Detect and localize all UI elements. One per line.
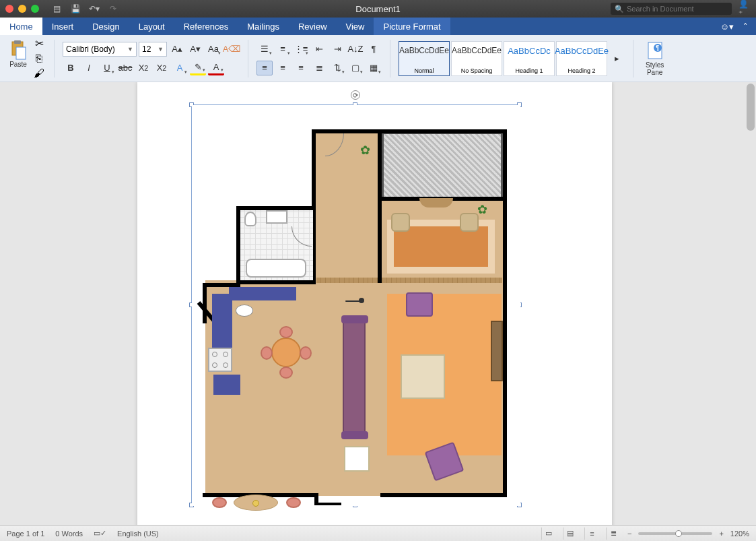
svg-rect-1 bbox=[14, 40, 21, 44]
align-center-icon[interactable]: ≡ bbox=[275, 61, 291, 75]
search-input[interactable] bbox=[627, 5, 728, 13]
document-canvas[interactable]: ⟳ bbox=[0, 82, 756, 525]
print-layout-icon[interactable]: ▤ bbox=[563, 528, 578, 540]
zoom-thumb[interactable] bbox=[675, 530, 682, 537]
increase-indent-icon[interactable]: ⇥ bbox=[329, 42, 345, 57]
tab-references[interactable]: References bbox=[174, 18, 238, 35]
superscript-button[interactable]: X2 bbox=[153, 61, 170, 75]
font-size-combo[interactable]: 12▼ bbox=[139, 42, 167, 57]
copy-icon[interactable]: ⎘ bbox=[32, 53, 46, 65]
clear-format-icon[interactable]: A⌫ bbox=[224, 42, 240, 57]
italic-button[interactable]: I bbox=[81, 61, 97, 75]
minimize-window-icon[interactable] bbox=[18, 5, 26, 13]
cut-icon[interactable]: ✂ bbox=[32, 38, 46, 50]
styles-more-icon[interactable]: ▸ bbox=[609, 41, 625, 76]
feedback-icon[interactable]: ☺▾ bbox=[720, 22, 734, 32]
web-layout-icon[interactable]: ≡ bbox=[584, 528, 599, 540]
justify-icon[interactable]: ≣ bbox=[311, 61, 327, 75]
borders-icon[interactable]: ▦▾ bbox=[366, 61, 382, 75]
style-normal[interactable]: AaBbCcDdEeNormal bbox=[399, 41, 450, 76]
tab-insert[interactable]: Insert bbox=[42, 18, 83, 35]
maximize-window-icon[interactable] bbox=[31, 5, 39, 13]
search-icon: 🔍 bbox=[615, 5, 624, 13]
document-title: Document1 bbox=[355, 4, 400, 14]
rotate-handle[interactable]: ⟳ bbox=[351, 90, 360, 100]
word-count[interactable]: 0 Words bbox=[55, 530, 83, 538]
tab-layout[interactable]: Layout bbox=[129, 18, 174, 35]
font-name-combo[interactable]: Calibri (Body)▼ bbox=[63, 42, 137, 57]
save-icon[interactable]: 💾 bbox=[70, 3, 81, 14]
grow-font-icon[interactable]: A▴ bbox=[169, 42, 185, 57]
style-heading-1[interactable]: AaBbCcDcHeading 1 bbox=[504, 41, 555, 76]
show-marks-icon[interactable]: ¶ bbox=[366, 42, 382, 57]
multilevel-list-icon[interactable]: ⋮≡▾ bbox=[293, 42, 309, 57]
strikethrough-button[interactable]: abc bbox=[117, 61, 133, 75]
styles-pane-button[interactable]: ¶ Styles Pane bbox=[646, 41, 664, 76]
style-no-spacing[interactable]: AaBbCcDdEeNo Spacing bbox=[451, 41, 502, 76]
decrease-indent-icon[interactable]: ⇤ bbox=[311, 42, 327, 57]
tab-design[interactable]: Design bbox=[83, 18, 129, 35]
paste-label: Paste bbox=[9, 61, 27, 68]
paste-button[interactable]: Paste bbox=[7, 38, 30, 71]
tab-mailings[interactable]: Mailings bbox=[238, 18, 289, 35]
search-box[interactable]: 🔍 bbox=[611, 3, 732, 15]
language-indicator[interactable]: English (US) bbox=[117, 530, 159, 538]
zoom-out-icon[interactable]: − bbox=[627, 530, 631, 538]
bullets-icon[interactable]: ☰▾ bbox=[256, 42, 273, 57]
tab-view[interactable]: View bbox=[337, 18, 374, 35]
zoom-level[interactable]: 120% bbox=[730, 530, 749, 538]
change-case-icon[interactable]: Aa▾ bbox=[205, 42, 221, 57]
shrink-font-icon[interactable]: A▾ bbox=[187, 42, 203, 57]
collapse-ribbon-icon[interactable]: ˄ bbox=[743, 22, 748, 32]
zoom-slider[interactable] bbox=[638, 532, 712, 535]
picture-selection[interactable]: ⟳ bbox=[191, 104, 520, 505]
underline-button[interactable]: U▾ bbox=[99, 61, 115, 75]
focus-view-icon[interactable]: ▭ bbox=[541, 528, 556, 540]
style-gallery: AaBbCcDdEeNormal AaBbCcDdEeNo Spacing Aa… bbox=[399, 41, 625, 76]
bold-button[interactable]: B bbox=[63, 61, 79, 75]
subscript-button[interactable]: X2 bbox=[135, 61, 151, 75]
highlight-icon[interactable]: ✎▾ bbox=[190, 61, 206, 75]
autosave-icon[interactable]: ▤ bbox=[51, 3, 62, 14]
align-left-icon[interactable]: ≡ bbox=[256, 61, 273, 75]
tab-home[interactable]: Home bbox=[0, 18, 42, 35]
align-right-icon[interactable]: ≡ bbox=[293, 61, 309, 75]
tab-review[interactable]: Review bbox=[289, 18, 337, 35]
font-color-icon[interactable]: A▾ bbox=[208, 61, 224, 75]
floor-plan-image: ✿ ✿ bbox=[192, 105, 520, 506]
window-controls bbox=[5, 5, 39, 13]
zoom-in-icon[interactable]: + bbox=[719, 530, 723, 538]
numbering-icon[interactable]: ≡▾ bbox=[275, 42, 291, 57]
text-effects-icon[interactable]: A▾ bbox=[172, 61, 188, 75]
line-spacing-icon[interactable]: ⇅▾ bbox=[329, 61, 345, 75]
format-painter-icon[interactable]: 🖌 bbox=[32, 67, 46, 79]
tab-picture-format[interactable]: Picture Format bbox=[374, 18, 450, 35]
spellcheck-icon[interactable]: ▭✓ bbox=[94, 529, 106, 538]
vertical-scrollbar[interactable] bbox=[747, 84, 755, 131]
style-heading-2[interactable]: AaBbCcDdEeHeading 2 bbox=[556, 41, 607, 76]
redo-icon[interactable]: ↷ bbox=[108, 3, 118, 14]
undo-icon[interactable]: ↶▾ bbox=[89, 3, 100, 14]
sort-icon[interactable]: A↓Z bbox=[347, 42, 364, 57]
close-window-icon[interactable] bbox=[5, 5, 13, 13]
page-indicator[interactable]: Page 1 of 1 bbox=[7, 530, 44, 538]
title-bar: ▤ 💾 ↶▾ ↷ Document1 🔍 👤⁺ bbox=[0, 0, 756, 18]
shading-icon[interactable]: ▢▾ bbox=[347, 61, 364, 75]
share-icon[interactable]: 👤⁺ bbox=[738, 3, 749, 14]
outline-view-icon[interactable]: ≣ bbox=[606, 528, 621, 540]
svg-rect-2 bbox=[16, 47, 26, 59]
ribbon-tabs: Home Insert Design Layout References Mai… bbox=[0, 18, 756, 35]
ribbon: Paste ✂ ⎘ 🖌 Calibri (Body)▼ 12▼ A▴ A▾ Aa… bbox=[0, 35, 756, 82]
status-bar: Page 1 of 1 0 Words ▭✓ English (US) ▭ ▤ … bbox=[0, 525, 756, 541]
svg-text:¶: ¶ bbox=[656, 44, 659, 52]
